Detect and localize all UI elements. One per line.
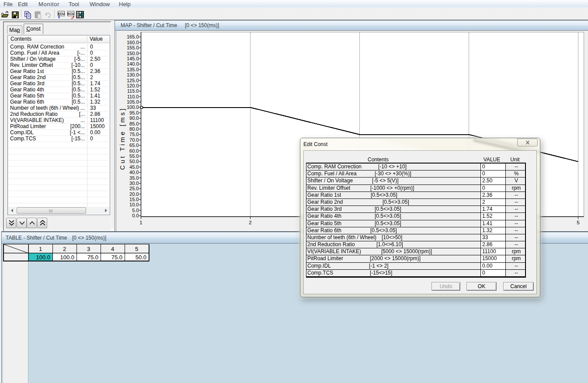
svg-text:35.0: 35.0 — [129, 175, 139, 181]
svg-text:90.0: 90.0 — [129, 115, 139, 121]
svg-text:75.0: 75.0 — [111, 254, 122, 261]
svg-text:20.0: 20.0 — [129, 192, 139, 197]
svg-text:50.0: 50.0 — [129, 159, 139, 164]
svg-text:100.0: 100.0 — [36, 254, 50, 261]
svg-text:70.0: 70.0 — [129, 137, 139, 143]
svg-text:135.0: 135.0 — [127, 67, 139, 72]
svg-text:100.0: 100.0 — [60, 254, 74, 261]
svg-text:0.0: 0.0 — [132, 213, 139, 218]
svg-text:120.0: 120.0 — [127, 83, 139, 88]
svg-text:100.0: 100.0 — [127, 104, 139, 110]
svg-text:2: 2 — [249, 220, 251, 225]
svg-text:75.0: 75.0 — [87, 254, 98, 261]
svg-text:130.0: 130.0 — [127, 72, 139, 77]
svg-text:110.0: 110.0 — [127, 94, 139, 99]
svg-text:95.0: 95.0 — [129, 110, 139, 115]
svg-text:80.0: 80.0 — [129, 126, 139, 132]
svg-text:145.0: 145.0 — [127, 56, 139, 61]
svg-text:3: 3 — [87, 246, 90, 252]
svg-text:155.0: 155.0 — [127, 45, 139, 50]
svg-text:75.0: 75.0 — [129, 132, 139, 137]
svg-text:115.0: 115.0 — [127, 88, 139, 94]
svg-text:2: 2 — [63, 246, 66, 252]
svg-text:150.0: 150.0 — [127, 51, 139, 56]
svg-text:105.0: 105.0 — [127, 99, 139, 104]
svg-text:10.0: 10.0 — [129, 202, 139, 207]
svg-text:5: 5 — [577, 220, 579, 225]
svg-text:50.0: 50.0 — [136, 254, 146, 261]
svg-text:160.0: 160.0 — [127, 40, 139, 45]
svg-text:85.0: 85.0 — [129, 121, 139, 126]
svg-text:125.0: 125.0 — [127, 78, 139, 83]
svg-text:165.0: 165.0 — [127, 34, 139, 39]
svg-text:Cut Time [ms]: Cut Time [ms] — [119, 107, 126, 170]
svg-text:5: 5 — [135, 246, 138, 252]
svg-text:55.0: 55.0 — [129, 153, 139, 159]
svg-text:5.0: 5.0 — [132, 208, 139, 213]
svg-text:1: 1 — [139, 220, 142, 225]
svg-text:45.0: 45.0 — [129, 164, 139, 170]
svg-text:65.0: 65.0 — [129, 143, 139, 148]
svg-text:140.0: 140.0 — [127, 61, 139, 66]
svg-text:40.0: 40.0 — [129, 170, 139, 175]
svg-text:1: 1 — [39, 246, 42, 252]
svg-text:30.0: 30.0 — [129, 181, 139, 186]
svg-text:ECU: ECU — [58, 12, 65, 16]
svg-text:15.0: 15.0 — [129, 197, 139, 202]
svg-text:4: 4 — [111, 246, 114, 252]
svg-text:ECU: ECU — [67, 12, 74, 16]
svg-text:60.0: 60.0 — [129, 148, 139, 153]
svg-text:25.0: 25.0 — [129, 186, 139, 191]
